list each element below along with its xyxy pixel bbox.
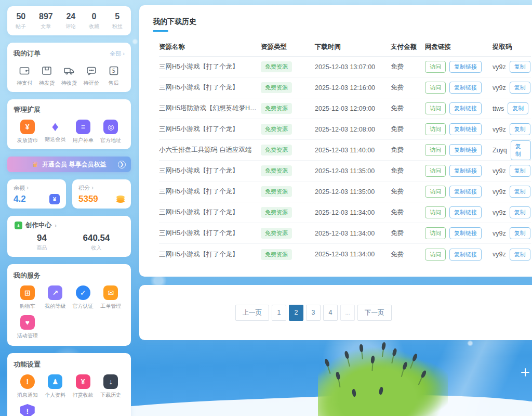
package-icon	[41, 64, 53, 77]
copy-code-button[interactable]: 复制	[508, 102, 528, 114]
copy-code-button[interactable]: 复制	[510, 165, 530, 177]
stat-fans[interactable]: 5粉丝	[112, 12, 123, 30]
resource-name[interactable]: 三网H5小游戏【打了个龙】	[159, 62, 261, 71]
visit-button[interactable]: 访问	[425, 61, 446, 73]
next-page-button[interactable]: 下一页	[357, 305, 392, 321]
vip-banner[interactable]: ♛ 开通会员 尊享会员权益 ❯	[7, 157, 131, 172]
order-item-aftersale[interactable]: 5 售后	[102, 64, 125, 87]
orders-all-link[interactable]: 全部 ›	[110, 50, 125, 58]
resource-name[interactable]: 三网H5小游戏【打了个龙】	[159, 208, 261, 217]
visit-button[interactable]: 访问	[425, 102, 446, 114]
copy-link-button[interactable]: 复制链接	[449, 144, 482, 156]
mgmt-item-issue-currency[interactable]: ¥ 发放货币	[14, 120, 42, 144]
copy-link-button[interactable]: 复制链接	[449, 102, 482, 114]
order-item-pending-receipt[interactable]: 待收货	[58, 64, 81, 87]
page-button-3[interactable]: 3	[306, 305, 321, 321]
visit-button[interactable]: 访问	[425, 206, 446, 218]
points-card[interactable]: 积分 › 5359	[72, 179, 131, 209]
page-button-2-active[interactable]: 2	[289, 305, 303, 321]
stat-articles[interactable]: 897文章	[39, 12, 53, 30]
resource-type-badge: 免费资源	[261, 145, 292, 155]
balance-card[interactable]: 余额 › 4.2 ¥	[7, 179, 66, 209]
resource-name[interactable]: 三网H5小游戏【打了个龙】	[159, 166, 261, 175]
resource-name[interactable]: 三网H5小游戏【打了个龙】	[159, 125, 261, 134]
download-time: 2025-12-03 11:35:00	[315, 188, 391, 196]
creation-center-card[interactable]: + 创作中心 › 94商品 640.54收入	[7, 216, 131, 257]
copy-code-button[interactable]: 复制	[510, 227, 530, 239]
level-icon: ↗	[48, 285, 62, 300]
order-item-label: 售后	[109, 80, 119, 87]
visit-button[interactable]: 访问	[425, 227, 446, 239]
service-item-level[interactable]: ↗ 我的等级	[42, 285, 70, 310]
setting-item-security[interactable]: ! 账户安全	[14, 404, 42, 416]
copy-code-button[interactable]: 复制	[510, 61, 530, 73]
copy-link-button[interactable]: 复制链接	[449, 82, 482, 94]
payment-amount: 免费	[391, 146, 425, 154]
download-time: 2025-12-03 12:08:00	[315, 126, 391, 133]
stat-comments[interactable]: 24评论	[65, 12, 76, 30]
mgmt-item-official-address[interactable]: ◎ 官方地址	[97, 120, 125, 144]
page-button-4[interactable]: 4	[323, 305, 338, 321]
copy-link-button[interactable]: 复制链接	[449, 186, 482, 198]
order-item-pending-review[interactable]: 待评价	[80, 64, 102, 87]
sidebar: 50帖子 897文章 24评论 0收藏 5粉丝 我的订单 全部 › 待支付 待发…	[7, 6, 131, 416]
copy-code-button[interactable]: 复制	[510, 123, 530, 135]
prev-page-button[interactable]: 上一页	[235, 305, 270, 321]
creation-stat-products: 94商品	[15, 233, 69, 252]
copy-link-button[interactable]: 复制链接	[449, 206, 482, 218]
copy-link-button[interactable]: 复制链接	[449, 61, 482, 73]
mgmt-item-gift-membership[interactable]: ♦ 赠送会员	[42, 120, 70, 144]
page-button-1[interactable]: 1	[272, 305, 286, 321]
payment-amount: 免费	[391, 208, 425, 217]
copy-link-button[interactable]: 复制链接	[449, 165, 482, 177]
setting-item-download-history[interactable]: ↓ 下载历史	[97, 374, 125, 399]
visit-button[interactable]: 访问	[425, 144, 446, 156]
active-tab-underline	[153, 30, 168, 32]
service-item-tickets[interactable]: ✉ 工单管理	[97, 285, 125, 310]
table-row: 三网H5小游戏【打了个龙】 免费资源 2025-12-03 11:34:00 免…	[159, 223, 531, 244]
mgmt-item-user-reorder[interactable]: ≡ 用户补单	[69, 120, 97, 144]
resource-name[interactable]: 三网H5小游戏【打了个龙】	[159, 187, 261, 196]
verified-icon: ✓	[76, 285, 90, 300]
stat-favorites[interactable]: 0收藏	[89, 12, 99, 30]
visit-button[interactable]: 访问	[425, 82, 446, 94]
resource-name[interactable]: 三网H5小游戏【打了个龙】	[159, 83, 261, 92]
copy-link-button[interactable]: 复制链接	[449, 249, 482, 261]
order-item-label: 待评价	[84, 80, 99, 87]
visit-button[interactable]: 访问	[425, 165, 446, 177]
service-item-activities[interactable]: ♥ 活动管理	[14, 315, 42, 340]
visit-button[interactable]: 访问	[425, 186, 446, 198]
copy-code-button[interactable]: 复制	[511, 140, 531, 160]
table-row: 三网H5小游戏【打了个龙】 免费资源 2025-12-03 12:08:00 免…	[159, 119, 531, 140]
coins-icon	[116, 200, 125, 203]
order-fix-icon: ≡	[76, 120, 90, 134]
table-row: 小六壬排盘工具源码 自适应双端 免费资源 2025-12-03 11:40:00…	[159, 140, 531, 161]
table-row: 三网H5小游戏【打了个龙】 免费资源 2025-12-03 11:34:00 免…	[159, 202, 531, 223]
service-item-cart[interactable]: ⊞ 购物车	[14, 285, 42, 310]
arrow-right-icon[interactable]: ❯	[118, 161, 126, 168]
resource-type-badge: 免费资源	[261, 124, 292, 135]
service-item-verified[interactable]: ✓ 官方认证	[69, 285, 97, 310]
order-item-pending-payment[interactable]: 待支付	[14, 64, 36, 87]
copy-code-button[interactable]: 复制	[510, 249, 530, 261]
resource-name[interactable]: 三网H5小游戏【打了个龙】	[159, 250, 261, 259]
tab-download-history[interactable]: 我的下载历史	[153, 17, 196, 27]
payment-amount: 免费	[391, 166, 425, 175]
resource-name[interactable]: 三网H5塔防游戏【幻想英雄梦H5】	[159, 104, 261, 113]
copy-link-button[interactable]: 复制链接	[449, 227, 482, 239]
order-item-pending-shipment[interactable]: 待发货	[36, 64, 58, 87]
setting-item-notifications[interactable]: ! 消息通知	[14, 374, 42, 399]
truck-icon	[63, 64, 75, 77]
copy-code-button[interactable]: 复制	[510, 206, 530, 218]
setting-item-profile[interactable]: ♟ 个人资料	[42, 374, 70, 399]
stat-posts[interactable]: 50帖子	[16, 12, 26, 30]
visit-button[interactable]: 访问	[425, 123, 446, 135]
copy-code-button[interactable]: 复制	[510, 82, 530, 94]
visit-button[interactable]: 访问	[425, 249, 446, 261]
copy-link-button[interactable]: 复制链接	[449, 123, 482, 135]
copy-code-button[interactable]: 复制	[510, 186, 530, 198]
extract-code: vy9z	[493, 63, 506, 71]
setting-item-rewards[interactable]: ¥ 打赏收款	[69, 374, 97, 399]
resource-name[interactable]: 小六壬排盘工具源码 自适应双端	[159, 146, 261, 154]
resource-name[interactable]: 三网H5小游戏【打了个龙】	[159, 229, 261, 238]
